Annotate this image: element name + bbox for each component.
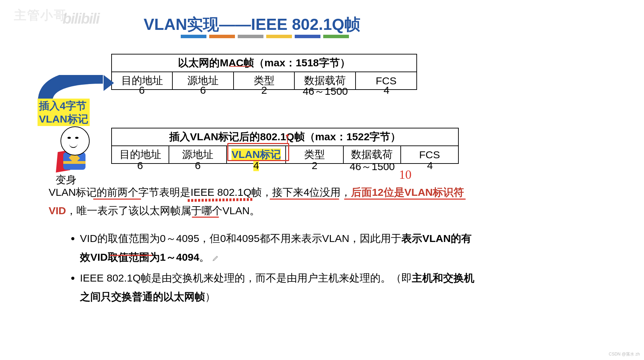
red-arrow-up xyxy=(287,135,288,144)
mac-word: MAC xyxy=(220,57,243,68)
insert-4byte-note: 插入4字节 VLAN标记 xyxy=(38,99,90,126)
underline-3 xyxy=(270,199,339,200)
underline-4 xyxy=(344,199,466,200)
superman-meme-avatar xyxy=(54,126,95,175)
page-title: VLAN实现——IEEE 802.1Q帧 xyxy=(0,14,504,35)
mac-frame-sizes: 6 6 2 46～1500 4 xyxy=(111,84,417,99)
csdn-watermark: CSDN @落水 zh xyxy=(609,351,640,357)
explanation-paragraph: VLAN标记的前两个字节表明是IEEE 802.1Q帧，接下来4位没用，后面12… xyxy=(49,183,466,220)
handwritten-10: 10 xyxy=(399,167,411,182)
bullet-1: VID的取值范围为0～4095，但0和4095都不用来表示VLAN，因此用于表示… xyxy=(80,229,480,267)
dot1q-frame-table: 插入VLAN标记后的802.1Q帧（max：1522字节） 目的地址 源地址 V… xyxy=(111,128,459,164)
bullet-2: IEEE 802.1Q帧是由交换机来处理的，而不是由用户主机来处理的。（即主机和… xyxy=(80,269,480,306)
pencil-icon xyxy=(213,255,219,261)
dot1q-caption: 插入VLAN标记后的802.1Q帧（max：1522字节） xyxy=(112,128,458,146)
underline-1-4094 xyxy=(110,255,152,256)
title-underline-bars xyxy=(181,35,349,38)
underline-vlan xyxy=(192,217,219,218)
underline-1 xyxy=(93,199,141,200)
bullet-list: VID的取值范围为0～4095，但0和4095都不用来表示VLAN，因此用于表示… xyxy=(56,229,480,308)
mac-frame-caption: 以太网的MAC帧（max：1518字节） xyxy=(112,54,417,72)
mac-red-underline xyxy=(229,66,251,67)
